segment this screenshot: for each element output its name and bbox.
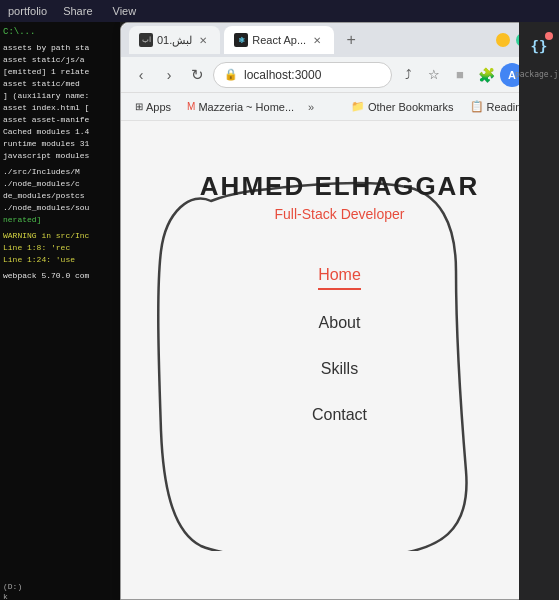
url-text: localhost:3000 [244,68,321,82]
terminal-prompt: C:\... [3,26,117,39]
terminal-window: C:\... assets by path sta asset static/j… [0,22,120,600]
minimize-button[interactable] [496,33,510,47]
terminal-line: asset static/med [3,78,117,90]
terminal-line: k [3,591,8,600]
terminal-line: Cached modules 1.4 [3,126,117,138]
terminal-line: ./src/Includes/M [3,166,117,178]
vscode-filename: package.js [515,70,559,79]
extensions-button[interactable]: 🧩 [474,63,498,87]
reading-list-icon: 📋 [470,100,484,113]
vscode-braces-icon[interactable]: {} [523,30,555,62]
extension1-button[interactable]: ■ [448,63,472,87]
vscode-badge [545,32,553,40]
nav-about[interactable]: About [319,310,361,336]
apps-label: Apps [146,101,171,113]
tab2-label: React Ap... [252,34,306,46]
lock-icon: 🔒 [224,68,238,81]
terminal-line: ] (auxiliary name: [3,90,117,102]
address-bar[interactable]: 🔒 localhost:3000 [213,62,392,88]
terminal-line: assets by path sta [3,42,117,54]
more-bookmarks-button[interactable]: » [304,99,318,115]
terminal-line: asset static/js/a [3,54,117,66]
apps-bookmark[interactable]: ⊞ Apps [129,99,177,115]
site-name: AHMED ELHAGGAR [200,171,479,202]
mazzeria-label: Mazzeria ~ Home... [198,101,294,113]
tab1-close[interactable]: ✕ [196,33,210,47]
terminal-line: de_modules/postcs [3,190,117,202]
browser-titlebar: اب لبش.01 ✕ ⚛ React Ap... ✕ + [121,23,558,57]
other-bookmarks-label: Other Bookmarks [368,101,454,113]
add-tab-button[interactable]: + [338,27,364,53]
website: AHMED ELHAGGAR Full-Stack Developer Home… [121,121,558,599]
terminal-line: nerated] [3,214,117,226]
site-subtitle: Full-Stack Developer [275,206,405,222]
tab2-favicon: ⚛ [234,33,248,47]
nav-home[interactable]: Home [318,262,361,290]
bookmarks-bar: ⊞ Apps M Mazzeria ~ Home... » 📁 Other Bo… [121,93,558,121]
tab1-label: لبش.01 [157,34,192,47]
terminal-line: asset asset-manife [3,114,117,126]
os-menu-view[interactable]: View [109,3,141,19]
tab1-favicon: اب [139,33,153,47]
browser-content: AHMED ELHAGGAR Full-Stack Developer Home… [121,121,558,599]
tab2-close[interactable]: ✕ [310,33,324,47]
terminal-line: ./node_modules/sou [3,202,117,214]
refresh-button[interactable]: ↻ [185,63,209,87]
os-top-bar: portfolio Share View [0,0,559,22]
other-bookmarks-folder[interactable]: 📁 Other Bookmarks [345,98,460,115]
share-button[interactable]: ⤴ [396,63,420,87]
nav-skills[interactable]: Skills [321,356,358,382]
terminal-line: ./node_modules/c [3,178,117,190]
terminal-line: runtime modules 31 [3,138,117,150]
terminal-warning: WARNING in src/Inc [3,230,117,242]
os-title: portfolio [8,5,47,17]
bookmark-button[interactable]: ☆ [422,63,446,87]
terminal-line: asset index.html [ [3,102,117,114]
nav-contact[interactable]: Contact [312,402,367,428]
browser-tab-2[interactable]: ⚛ React Ap... ✕ [224,26,334,54]
forward-button[interactable]: › [157,63,181,87]
terminal-line: [emitted] 1 relate [3,66,117,78]
browser-tab-1[interactable]: اب لبش.01 ✕ [129,26,220,54]
terminal-line: Line 1:24: 'use [3,254,117,266]
mazzeria-bookmark[interactable]: M Mazzeria ~ Home... [181,99,300,115]
os-menu-share[interactable]: Share [59,3,96,19]
mazzeria-icon: M [187,101,195,112]
apps-grid-icon: ⊞ [135,101,143,112]
terminal-line: Line 1:8: 'rec [3,242,117,254]
terminal-line: webpack 5.70.0 com [3,270,117,282]
browser-window: اب لبش.01 ✕ ⚛ React Ap... ✕ + ‹ › ↻ 🔒 lo… [120,22,559,600]
back-button[interactable]: ‹ [129,63,153,87]
folder-icon: 📁 [351,100,365,113]
site-navigation: Home About Skills Contact [312,262,367,428]
terminal-line: javascript modules [3,150,117,162]
browser-toolbar: ‹ › ↻ 🔒 localhost:3000 ⤴ ☆ ■ 🧩 A ⋮ [121,57,558,93]
vscode-panel: {} package.js [519,22,559,600]
